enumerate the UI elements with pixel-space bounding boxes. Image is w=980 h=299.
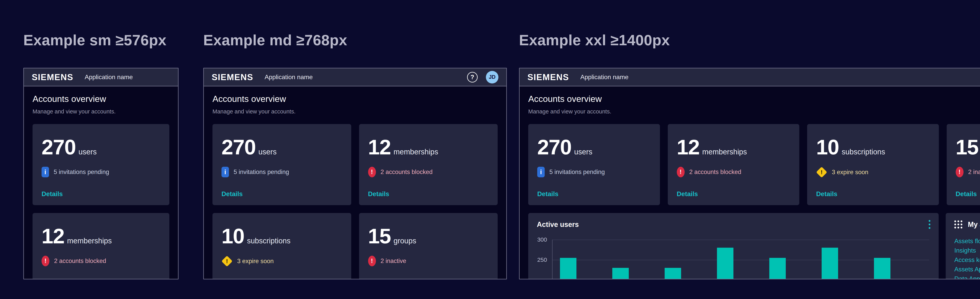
stat-unit: users [258, 148, 277, 156]
page-title: Accounts overview [33, 94, 169, 105]
stat-tile-memberships: 12 memberships ! 2 accounts blocked Deta… [359, 124, 498, 205]
info-icon: i [221, 167, 229, 177]
stat-value: 15 [956, 137, 978, 158]
badge-text: 3 expire soon [832, 169, 868, 176]
badge-text: 2 inactive [381, 258, 406, 264]
my-apps-title: My apps [968, 220, 980, 229]
stat-value-row: 15 groups [368, 226, 489, 247]
stat-tile-memberships: 12 memberships ! 2 accounts blocked Deta… [33, 213, 169, 279]
bar [874, 258, 891, 279]
stat-value: 15 [368, 226, 391, 247]
siemens-logo: SIEMENS [527, 72, 569, 82]
chart-gridline [552, 240, 929, 240]
badge-text: 2 accounts blocked [381, 169, 433, 176]
stat-tile-groups: 15 groups ! 2 inactive Details [947, 124, 980, 205]
stat-unit: memberships [394, 148, 438, 156]
chart-gridline [552, 260, 929, 260]
stat-value-row: 12 memberships [41, 226, 160, 247]
stat-value: 12 [677, 137, 700, 158]
y-axis-line [552, 240, 552, 279]
stat-value: 12 [368, 137, 391, 158]
app-frame-md: SIEMENS Application name ? JD Accounts o… [203, 68, 507, 279]
stat-value-row: 15 groups [956, 137, 980, 158]
app-header: SIEMENS Application name ? JD [520, 68, 980, 86]
stat-value-row: 270 users [537, 137, 651, 158]
app-link-assets-flow[interactable]: Assets flow› [955, 236, 980, 246]
page-subtitle: Manage and view your accounts. [528, 108, 980, 115]
bar [612, 268, 629, 279]
app-link-assets-app[interactable]: Assets App› [955, 264, 980, 274]
stat-badge-row: ! 2 inactive [956, 167, 980, 177]
example-xxl-title: Example xxl ≥1400px [519, 31, 980, 49]
error-icon: ! [368, 167, 376, 177]
stat-tile-users: 270 users i 5 invitations pending Detail… [212, 124, 351, 205]
stat-badge-row: i 5 invitations pending [537, 167, 651, 177]
details-link[interactable]: Details [221, 190, 243, 198]
widgets-row: Active users 300250 My apps Assets flow›… [528, 213, 980, 279]
example-sm: Example sm ≥576px SIEMENS Application na… [23, 31, 178, 279]
page-subtitle: Manage and view your accounts. [33, 108, 169, 115]
bar [717, 248, 733, 279]
stat-tiles-grid: 270 users i 5 invitations pending Detail… [528, 124, 980, 205]
stat-tiles-grid: 270 users i 5 invitations pending Detail… [212, 124, 498, 279]
chart-title: Active users [537, 220, 579, 229]
application-name: Application name [581, 73, 628, 81]
error-icon: ! [41, 256, 49, 266]
app-link-data-app[interactable]: Data App› [955, 274, 980, 279]
stat-unit: memberships [702, 148, 747, 156]
siemens-logo: SIEMENS [32, 72, 73, 82]
details-link[interactable]: Details [368, 190, 389, 198]
stat-value: 10 [816, 137, 839, 158]
stat-value-row: 10 subscriptions [816, 137, 930, 158]
avatar[interactable]: JD [486, 71, 498, 83]
y-axis-tick-label: 250 [530, 256, 547, 263]
stat-badge-row: i 5 invitations pending [221, 167, 342, 177]
stat-value: 10 [221, 226, 244, 247]
stat-unit: memberships [67, 237, 112, 245]
example-md: Example md ≥768px SIEMENS Application na… [203, 31, 507, 279]
bar [822, 248, 838, 279]
application-name: Application name [85, 73, 133, 81]
details-link[interactable]: Details [816, 190, 837, 198]
warning-icon: ! [816, 167, 827, 178]
stat-value: 270 [537, 137, 571, 158]
stat-value-row: 12 memberships [368, 137, 489, 158]
details-link[interactable]: Details [41, 190, 63, 198]
stat-tiles-grid: 270 users i 5 invitations pending Detail… [33, 124, 169, 279]
stat-value-row: 270 users [41, 137, 160, 158]
stat-tile-users: 270 users i 5 invitations pending Detail… [528, 124, 660, 205]
info-icon: i [41, 167, 49, 177]
badge-text: 3 expire soon [237, 258, 274, 265]
stat-tile-subscriptions: 10 subscriptions ! 3 expire soon Details [807, 124, 939, 205]
application-name: Application name [265, 73, 313, 81]
badge-text: 2 accounts blocked [689, 169, 741, 176]
stat-value: 12 [41, 226, 64, 247]
details-link[interactable]: Details [677, 190, 698, 198]
app-frame-sm: SIEMENS Application name Accounts overvi… [23, 68, 178, 279]
my-apps-list: Assets flow› Insights› Access key› Asset… [946, 236, 980, 279]
bar [769, 258, 786, 279]
app-link-access-key[interactable]: Access key› [955, 255, 980, 264]
page-content: Accounts overview Manage and view your a… [24, 86, 178, 279]
details-link[interactable]: Details [537, 190, 558, 198]
header-actions: ? JD [467, 71, 498, 83]
warning-icon: ! [221, 256, 232, 267]
bar [665, 268, 681, 279]
stat-badge-row: ! 2 accounts blocked [677, 167, 791, 177]
page-content: Accounts overview Manage and view your a… [520, 86, 980, 279]
bar [560, 258, 576, 279]
error-icon: ! [677, 167, 685, 177]
app-grid-icon[interactable] [955, 220, 963, 229]
app-header: SIEMENS Application name ? JD [204, 68, 506, 86]
page-subtitle: Manage and view your accounts. [212, 108, 498, 115]
stat-tile-memberships: 12 memberships ! 2 accounts blocked Deta… [668, 124, 800, 205]
details-link[interactable]: Details [956, 190, 977, 198]
example-xxl: Example xxl ≥1400px SIEMENS Application … [519, 31, 980, 279]
help-icon[interactable]: ? [467, 72, 478, 83]
app-link-insights[interactable]: Insights› [955, 246, 980, 255]
example-md-title: Example md ≥768px [203, 31, 507, 49]
stat-badge-row: ! 2 inactive [368, 256, 489, 266]
kebab-menu-icon[interactable] [928, 219, 931, 230]
badge-text: 5 invitations pending [234, 169, 289, 176]
example-sm-title: Example sm ≥576px [23, 31, 178, 49]
